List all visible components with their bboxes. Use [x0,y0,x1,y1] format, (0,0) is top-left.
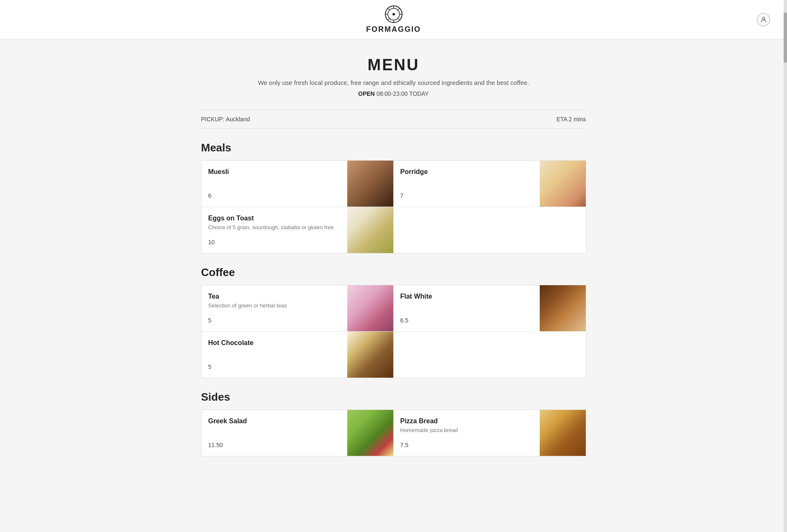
menu-item-greek-salad[interactable]: Greek Salad 11.50 [202,410,394,456]
item-price-tea: 5 [208,317,341,324]
item-price-greek-salad: 11.50 [208,442,341,448]
item-name-hot-chocolate: Hot Chocolate [208,339,341,347]
item-name-pizza-bread: Pizza Bread [400,417,533,425]
pickup-bar: PICKUP: Auckland ETA 2 mins [201,110,586,129]
item-name-tea: Tea [208,293,341,300]
logo-icon [385,5,403,23]
svg-line-9 [397,8,399,10]
menu-item-eggs-on-toast[interactable]: Eggs on Toast Choice of 5 grain, sourdou… [202,207,394,253]
item-name-greek-salad: Greek Salad [208,417,341,425]
meals-grid: Muesli 6 Porridge 7 Eggs on Toast Choice… [201,160,586,253]
menu-item-porridge[interactable]: Porridge 7 [394,161,586,207]
menu-item-pizza-bread[interactable]: Pizza Bread Homemade pizza bread 7.5 [394,410,586,456]
svg-line-10 [387,18,389,20]
item-name-flat-white: Flat White [400,293,533,300]
logo: FORMAGGIO [366,5,421,34]
svg-point-11 [762,17,765,20]
header: FORMAGGIO [0,0,787,39]
menu-subtitle: We only use fresh local produce, free ra… [201,79,586,86]
svg-point-2 [392,13,395,15]
scrollbar[interactable] [784,0,787,486]
item-image-porridge [540,161,586,207]
item-image-greek-salad [347,410,393,456]
item-name-muesli: Muesli [208,168,341,176]
item-name-porridge: Porridge [400,168,533,176]
menu-item-muesli[interactable]: Muesli 6 [202,161,394,207]
item-price-flat-white: 6.5 [400,317,533,324]
menu-item-flat-white[interactable]: Flat White 6.5 [394,285,586,332]
scrollbar-thumb[interactable] [784,13,787,63]
item-price-hot-chocolate: 5 [208,363,341,370]
empty-cell [394,207,586,253]
item-desc-tea: Selection of green or herbal teas [208,302,341,309]
item-image-muesli [347,161,393,207]
menu-title: MENU [201,56,586,74]
sides-grid: Greek Salad 11.50 Pizza Bread Homemade p… [201,409,586,456]
item-price-porridge: 7 [400,192,533,199]
item-image-flat-white [540,285,586,331]
item-desc-eggs-on-toast: Choice of 5 grain, sourdough, ciabatta o… [208,224,341,231]
menu-header: MENU We only use fresh local produce, fr… [201,56,586,97]
user-account-button[interactable] [757,13,770,26]
eta-label: ETA 2 mins [556,116,586,123]
item-price-pizza-bread: 7.5 [400,442,533,448]
svg-line-8 [397,18,399,20]
item-name-eggs-on-toast: Eggs on Toast [208,215,341,222]
pickup-location: PICKUP: Auckland [201,116,250,123]
item-image-tea [347,285,393,331]
item-image-hot-chocolate [347,332,393,378]
item-price-eggs-on-toast: 10 [208,239,341,246]
item-price-muesli: 6 [208,192,341,199]
menu-item-hot-chocolate[interactable]: Hot Chocolate 5 [202,332,394,378]
item-image-pizza-bread [540,410,586,456]
menu-item-tea[interactable]: Tea Selection of green or herbal teas 5 [202,285,394,332]
sides-section-heading: Sides [201,391,586,404]
coffee-grid: Tea Selection of green or herbal teas 5 … [201,285,586,378]
item-image-eggs-on-toast [347,207,393,253]
svg-line-7 [387,8,389,10]
menu-status: OPEN 08:00-23:00 TODAY [201,90,586,97]
page-content: MENU We only use fresh local produce, fr… [193,39,595,486]
open-label: OPEN [358,90,375,97]
meals-section-heading: Meals [201,141,586,154]
empty-cell-2 [394,332,586,378]
status-hours: 08:00-23:00 TODAY [377,90,429,97]
item-desc-pizza-bread: Homemade pizza bread [400,427,533,434]
brand-name: FORMAGGIO [366,25,421,34]
coffee-section-heading: Coffee [201,266,586,279]
user-icon[interactable] [757,13,770,26]
